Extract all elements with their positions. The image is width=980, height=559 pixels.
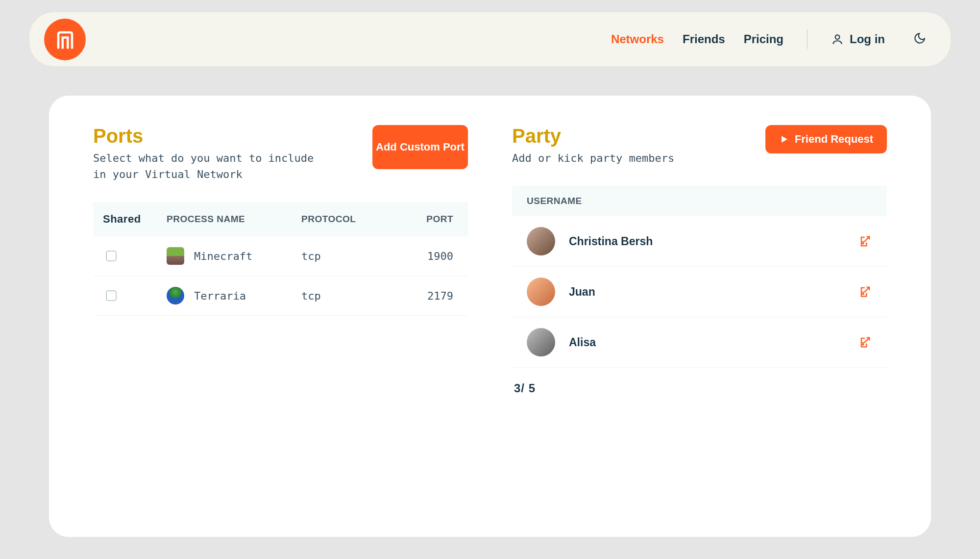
ports-panel: Ports Select what do you want to include… xyxy=(93,125,468,508)
kick-icon xyxy=(858,335,872,349)
party-count: 3/ 5 xyxy=(514,381,887,395)
party-table-head: USERNAME xyxy=(512,186,887,216)
ports-title: Ports xyxy=(93,125,328,147)
friend-request-label: Friend Request xyxy=(795,133,873,146)
member-name: Alisa xyxy=(569,336,596,349)
ports-table-head: Shared PROCESS NAME PROTOCOL PORT xyxy=(93,202,468,236)
kick-button[interactable] xyxy=(858,234,872,248)
svg-point-3 xyxy=(862,342,864,344)
shared-checkbox[interactable] xyxy=(106,251,117,261)
svg-point-2 xyxy=(862,291,864,293)
login-label: Log in xyxy=(850,32,885,46)
top-header: Networks Friends Pricing Log in xyxy=(29,12,951,66)
nav-divider xyxy=(807,29,808,49)
moon-icon xyxy=(913,32,926,45)
nav-pricing[interactable]: Pricing xyxy=(744,32,784,46)
kick-icon xyxy=(858,285,872,299)
ports-table: Shared PROCESS NAME PROTOCOL PORT Minecr… xyxy=(93,202,468,316)
party-title: Party xyxy=(512,125,674,147)
list-item: Alisa xyxy=(512,317,887,368)
col-process: PROCESS NAME xyxy=(167,214,301,225)
col-shared: Shared xyxy=(103,213,167,226)
nav-networks[interactable]: Networks xyxy=(611,32,664,46)
table-row: Minecraft tcp 1900 xyxy=(93,236,468,276)
svg-point-1 xyxy=(862,241,864,243)
protocol-value: tcp xyxy=(301,250,390,262)
minecraft-icon xyxy=(167,247,184,265)
kick-icon xyxy=(858,234,872,248)
party-subtitle: Add or kick party members xyxy=(512,150,674,166)
port-value: 2179 xyxy=(390,290,458,302)
process-name: Terraria xyxy=(194,290,246,302)
play-icon xyxy=(779,134,789,144)
shared-checkbox[interactable] xyxy=(106,290,117,301)
member-name: Christina Bersh xyxy=(569,235,653,248)
ports-header: Ports Select what do you want to include… xyxy=(93,125,468,182)
kick-button[interactable] xyxy=(858,285,872,299)
table-row: Terraria tcp 2179 xyxy=(93,276,468,316)
brand-logo-icon xyxy=(55,29,75,50)
party-panel: Party Add or kick party members Friend R… xyxy=(512,125,887,508)
kick-button[interactable] xyxy=(858,335,872,349)
list-item: Juan xyxy=(512,267,887,317)
login-button[interactable]: Log in xyxy=(831,32,885,46)
friend-request-button[interactable]: Friend Request xyxy=(765,125,887,153)
process-name: Minecraft xyxy=(194,250,252,262)
avatar xyxy=(527,328,555,356)
list-item: Christina Bersh xyxy=(512,216,887,267)
svg-point-0 xyxy=(835,35,840,39)
member-name: Juan xyxy=(569,285,595,299)
avatar xyxy=(527,278,555,306)
party-header: Party Add or kick party members Friend R… xyxy=(512,125,887,166)
col-username: USERNAME xyxy=(527,196,872,206)
user-icon xyxy=(831,33,844,46)
add-custom-port-button[interactable]: Add Custom Port xyxy=(372,125,468,169)
main-card: Ports Select what do you want to include… xyxy=(49,96,931,537)
terraria-icon xyxy=(167,287,184,305)
protocol-value: tcp xyxy=(301,290,390,302)
port-value: 1900 xyxy=(390,250,458,262)
avatar xyxy=(527,227,555,255)
col-protocol: PROTOCOL xyxy=(301,214,390,225)
theme-toggle[interactable] xyxy=(913,32,926,47)
brand-logo[interactable] xyxy=(44,19,86,60)
main-nav: Networks Friends Pricing Log in xyxy=(611,29,926,49)
ports-subtitle: Select what do you want to include in yo… xyxy=(93,150,328,182)
nav-friends[interactable]: Friends xyxy=(683,32,725,46)
col-port: PORT xyxy=(390,214,458,225)
